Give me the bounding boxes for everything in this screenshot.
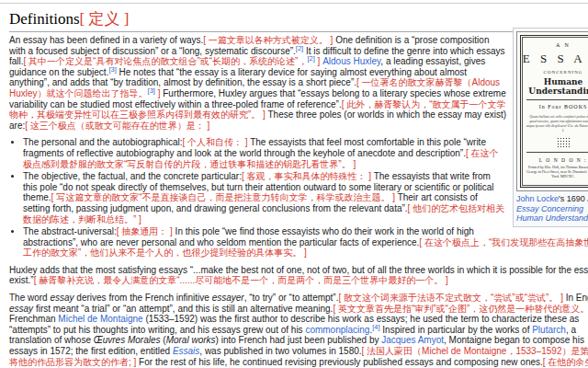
text-run: , “to try” or “to attempt”. [244,293,339,303]
translation-annotation: [ 一篇文章以各种方式被定义。 ] [203,35,333,45]
text-run: The abstract-universal: [23,226,117,236]
reference-link-anchor[interactable]: [4] [372,323,379,331]
wiki-link[interactable]: commonplacing [305,325,369,335]
wikipedia-article-page: { "colors": { "link": "#3466cc", "annota… [0,0,588,368]
heading-definitions-translation: [ 定义 ] [80,10,130,28]
cover-humane-understanding: Humane Understanding [517,77,588,96]
translation-annotation: [ 散文这个词来源于法语不定式散文，“尝试”或“尝试”。 ] [338,293,562,303]
thumbnail-figure[interactable]: A N E S S A Y CONCERNING Humane Understa… [513,28,588,227]
cover-rule [526,99,588,100]
text-run: essay [50,293,74,303]
cover-in-four-books: In Four BOOKS [517,104,588,109]
reference-link-anchor[interactable]: [2] [296,43,303,52]
text-run: first meant “a trial” or “an attempt”, a… [33,304,333,314]
text-run: The objective, the factual, and the conc… [23,171,242,181]
text-run: For the rest of his life, he continued r… [136,357,542,367]
text-run: derives from the French infinitive [74,293,212,303]
heading-definitions: Definitions[ 定义 ] [9,8,588,32]
reference-link[interactable]: [2] [296,43,303,52]
translation-annotation: [ 个人和自传： ] [182,137,247,147]
cover-an: A N [517,42,588,48]
cover-concerning: CONCERNING [517,70,588,75]
translation-annotation: [ 其中一个定义是“具有对论焦点的散文组合”或“长期的，系统的论述”， [24,56,308,66]
wiki-link[interactable]: Plutarch [532,325,566,335]
section-divider [0,3,588,4]
text-run: Œuvres Morales [94,335,161,345]
cover-epigraph: Quam bellum est velle confiteri potius n… [526,114,588,132]
cover-title-essay: E S S A Y [517,52,588,66]
reference-link[interactable]: [4] [372,323,379,331]
cover-rule [526,152,588,153]
reference-link[interactable]: [3] [108,64,116,73]
translation-annotation: [ 客观，事实和具体的特殊性： ] [242,171,371,181]
reference-link[interactable]: [2] [307,54,314,63]
etymology-paragraph: The word essay derives from the French i… [9,293,588,368]
text-run: An essay has been defined in a variety o… [9,35,203,45]
reference-link-anchor[interactable]: [3] [148,86,155,95]
text-run: essay [9,304,33,314]
translation-annotation: [ 这三个极点（或散文可能存在的世界）是： ] [25,121,209,131]
huxley-paragraph: Huxley adds that the most satisfying ess… [9,265,588,286]
text-run: The personal and the autobiographical: [23,137,182,147]
reference-link[interactable]: [3] [148,86,155,95]
text-run: , was published in two volumes in 1580. [199,346,361,356]
reference-link-anchor[interactable]: [2] [307,54,314,63]
wiki-link[interactable]: Aldous Huxley [322,56,380,66]
wiki-link[interactable]: Jacques Amyot [381,335,444,345]
bullet-objective-factual: The objective, the factual, and the conc… [23,171,588,224]
text-run: essayer [212,293,244,303]
image-caption: John Locke's 1690 An Essay Concerning Hu… [516,194,588,224]
text-run: The word [9,293,50,303]
reference-link-anchor[interactable]: [3] [108,64,116,73]
wiki-link[interactable]: Essais [173,346,199,356]
bullet-personal-autobiographical: The personal and the autobiographical:[ … [23,137,588,169]
cover-london: L O N D O N : [517,157,588,163]
cover-ornament [557,137,571,148]
text-run: 's 1690 [559,194,587,203]
translation-annotation: [ 赫胥黎补充说，最令人满意的文章“......尽可能地不是一个，而是两个，而是… [34,275,448,285]
translation-annotation: [ 英文文章首先是指“审判”或“企图”，这仍然是一种替代的意义。 ] [333,304,588,314]
wiki-link[interactable]: John Locke [516,194,559,203]
bullet-abstract-universal: The abstract-universal:[ 抽象通用： ] In this… [23,226,588,259]
definitions-paragraph-1: An essay has been defined in a variety o… [9,35,588,131]
cover-imprint: Printed by Eliz. Holt, for Thomas Basset… [525,165,588,178]
text-run: Moral works [166,335,216,345]
wiki-link[interactable]: Michel de Montaigne [58,314,142,324]
translation-annotation: [ 写这篇文章的散文家“不是直接谈自己，而是把注意力转向文学，科学或政治主题。 … [51,192,395,202]
text-run: Inspired in particular by the works of [380,325,533,335]
book-cover-image: A N E S S A Y CONCERNING Humane Understa… [516,31,588,191]
text-run: In English [563,293,588,303]
definitions-bullet-list: The personal and the autobiographical:[ … [23,137,588,259]
text-run: ) into French had just been published by [216,335,382,345]
article-content: Definitions[ 定义 ] A N E S S A Y CONCERNI… [9,8,588,368]
heading-definitions-text: Definitions [9,10,80,28]
translation-annotation: [ 抽象通用： ] [117,226,173,236]
